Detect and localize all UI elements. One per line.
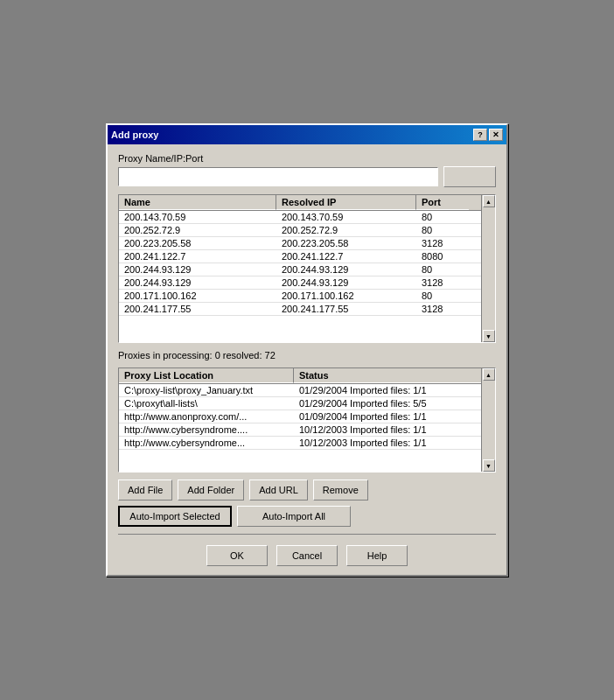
proxy-status-cell: 01/29/2004 Imported files: 5/5 — [294, 397, 481, 410]
footer-divider — [118, 534, 496, 535]
proxy-status-cell: 01/29/2004 Imported files: 1/1 — [294, 384, 481, 396]
help-button[interactable]: Help — [346, 545, 408, 566]
proxy-port-cell: 3128 — [416, 237, 469, 249]
dialog-title: Add proxy — [111, 130, 158, 140]
proxy-location-cell: http://www.anonproxy.com/... — [119, 410, 294, 423]
scroll-up-btn[interactable]: ▲ — [483, 195, 495, 207]
proxy-port-cell: 80 — [416, 211, 469, 223]
table-row[interactable]: 200.143.70.59 200.143.70.59 80 — [119, 211, 481, 224]
proxy-resolved-cell: 200.244.93.129 — [276, 263, 416, 276]
import-buttons-row: Auto-Import Selected Auto-Import All — [118, 506, 496, 527]
proxy-name-cell: 200.244.93.129 — [119, 276, 276, 289]
proxy-resolved-cell: 200.223.205.58 — [276, 237, 416, 249]
proxy-name-input[interactable] — [118, 167, 438, 186]
col-header-status: Status — [294, 368, 481, 383]
proxy-resolved-cell: 200.252.72.9 — [276, 224, 416, 236]
proxy-status-cell: 10/12/2003 Imported files: 1/1 — [294, 437, 481, 449]
proxy-name-cell: 200.143.70.59 — [119, 211, 276, 223]
table-row[interactable]: 200.244.93.129 200.244.93.129 80 — [119, 263, 481, 276]
proxy-port-cell: 3128 — [416, 276, 469, 289]
title-bar: Add proxy ? ✕ — [108, 125, 506, 144]
status-text: Proxies in processing: 0 resolved: 72 — [118, 348, 496, 362]
dialog-body: Proxy Name/IP:Port Name Resolved IP Port… — [108, 144, 506, 575]
scroll-thumb[interactable] — [483, 207, 495, 330]
proxy-name-cell: 200.252.72.9 — [119, 224, 276, 236]
table-row[interactable]: 200.223.205.58 200.223.205.58 3128 — [119, 237, 481, 250]
proxy-list-table-body[interactable]: C:\proxy-list\proxy_January.txt 01/29/20… — [119, 384, 481, 472]
close-title-button[interactable]: ✕ — [489, 129, 503, 141]
table-row[interactable]: 200.252.72.9 200.252.72.9 80 — [119, 224, 481, 237]
proxy-table-inner: Name Resolved IP Port 200.143.70.59 200.… — [119, 195, 481, 342]
proxy-name-row — [118, 166, 496, 187]
proxy-name-cell: 200.244.93.129 — [119, 263, 276, 276]
proxy-status-cell: 01/09/2004 Imported files: 1/1 — [294, 410, 481, 423]
proxy-table-body[interactable]: 200.143.70.59 200.143.70.59 80 200.252.7… — [119, 211, 481, 342]
add-url-button[interactable]: Add URL — [249, 480, 308, 500]
proxy-list-table-container: Proxy List Location Status C:\proxy-list… — [118, 368, 496, 472]
list-item[interactable]: http://www.cybersyndrome.... 10/12/2003 … — [119, 424, 481, 437]
auto-import-all-button[interactable]: Auto-Import All — [237, 506, 351, 527]
title-bar-buttons: ? ✕ — [473, 129, 503, 141]
proxy-port-cell: 80 — [416, 263, 469, 276]
scroll-down-btn[interactable]: ▼ — [483, 330, 495, 342]
proxy-list-scrollbar[interactable]: ▲ ▼ — [481, 368, 495, 472]
proxy-port-cell: 80 — [416, 290, 469, 302]
proxy-location-cell: C:\proxyt\all-lists\ — [119, 397, 294, 410]
col-header-port: Port — [416, 195, 469, 210]
table-row[interactable]: 200.171.100.162 200.171.100.162 80 — [119, 290, 481, 303]
proxy-name-cell: 200.223.205.58 — [119, 237, 276, 249]
proxy-resolved-cell: 200.241.122.7 — [276, 250, 416, 262]
proxy-list-table-inner: Proxy List Location Status C:\proxy-list… — [119, 368, 481, 472]
table-row[interactable]: 200.241.177.55 200.241.177.55 3128 — [119, 303, 481, 316]
footer-buttons: OK Cancel Help — [118, 542, 496, 566]
proxy-name-cell: 200.171.100.162 — [119, 290, 276, 302]
proxy-table-scrollbar[interactable]: ▲ ▼ — [481, 195, 495, 342]
help-title-button[interactable]: ? — [473, 129, 487, 141]
proxy-name-cell: 200.241.122.7 — [119, 250, 276, 262]
add-proxy-button[interactable] — [443, 166, 496, 187]
proxy-location-cell: C:\proxy-list\proxy_January.txt — [119, 384, 294, 396]
proxy-location-cell: http://www.cybersyndrome... — [119, 437, 294, 449]
proxy-resolved-cell: 200.241.177.55 — [276, 303, 416, 315]
proxy-list-table-header: Proxy List Location Status — [119, 368, 481, 384]
proxy-name-cell: 200.241.177.55 — [119, 303, 276, 315]
col-header-name: Name — [119, 195, 276, 210]
cancel-button[interactable]: Cancel — [276, 545, 338, 566]
proxy-table-header: Name Resolved IP Port — [119, 195, 481, 211]
proxy-table-container: Name Resolved IP Port 200.143.70.59 200.… — [118, 194, 496, 343]
file-buttons-row: Add File Add Folder Add URL Remove — [118, 480, 496, 500]
proxy-name-label: Proxy Name/IP:Port — [118, 153, 496, 164]
add-folder-button[interactable]: Add Folder — [178, 480, 244, 500]
table-row[interactable]: 200.241.122.7 200.241.122.7 8080 — [119, 250, 481, 263]
proxy-port-cell: 3128 — [416, 303, 469, 315]
proxy-list-scroll-down-btn[interactable]: ▼ — [483, 459, 495, 472]
proxy-resolved-cell: 200.244.93.129 — [276, 276, 416, 289]
add-proxy-dialog: Add proxy ? ✕ Proxy Name/IP:Port Name Re… — [106, 123, 508, 577]
proxy-location-cell: http://www.cybersyndrome.... — [119, 424, 294, 436]
auto-import-selected-button[interactable]: Auto-Import Selected — [118, 506, 232, 527]
col-header-location: Proxy List Location — [119, 368, 294, 383]
proxy-resolved-cell: 200.143.70.59 — [276, 211, 416, 223]
proxy-resolved-cell: 200.171.100.162 — [276, 290, 416, 302]
proxy-port-cell: 8080 — [416, 250, 469, 262]
ok-button[interactable]: OK — [206, 545, 268, 566]
proxy-list-scroll-up-btn[interactable]: ▲ — [483, 368, 495, 381]
proxy-list-scroll-thumb[interactable] — [483, 381, 495, 459]
table-row[interactable]: 200.244.93.129 200.244.93.129 3128 — [119, 276, 481, 290]
proxy-status-cell: 10/12/2003 Imported files: 1/1 — [294, 424, 481, 436]
list-item[interactable]: C:\proxyt\all-lists\ 01/29/2004 Imported… — [119, 397, 481, 410]
list-item[interactable]: C:\proxy-list\proxy_January.txt 01/29/20… — [119, 384, 481, 397]
remove-button[interactable]: Remove — [313, 480, 368, 500]
col-header-resolved: Resolved IP — [276, 195, 416, 210]
add-file-button[interactable]: Add File — [118, 480, 172, 500]
list-item[interactable]: http://www.anonproxy.com/... 01/09/2004 … — [119, 410, 481, 424]
list-item[interactable]: http://www.cybersyndrome... 10/12/2003 I… — [119, 437, 481, 450]
proxy-port-cell: 80 — [416, 224, 469, 236]
